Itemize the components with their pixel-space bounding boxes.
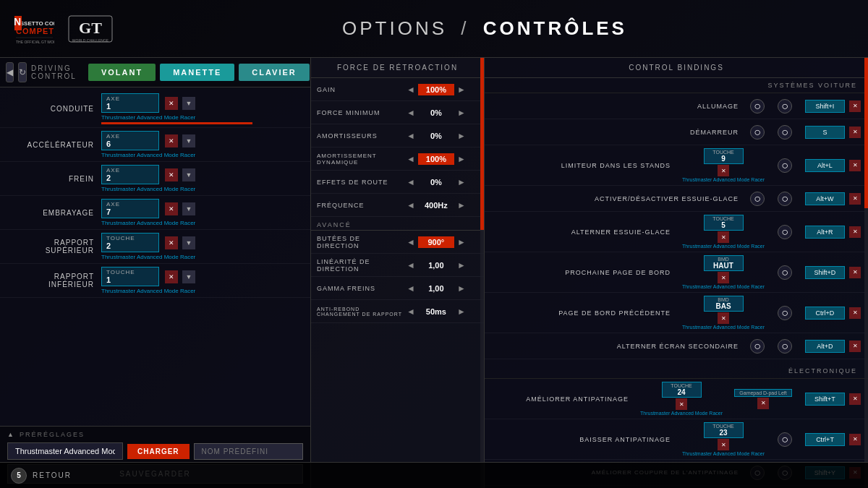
binding-clear-prec[interactable]: ✕ — [849, 307, 861, 319]
control-clear-conduite[interactable]: ✕ — [165, 97, 178, 110]
ff-amort-dyn-left[interactable]: ◄ — [404, 154, 418, 164]
ff-butees-left[interactable]: ◄ — [404, 237, 418, 247]
logo-area: ASSETTO CORSA COMPETIZIONE THE OFFICIAL … — [14, 12, 116, 45]
binding-circle2-essuieglace[interactable]: ○ — [778, 192, 792, 206]
svg-text:N: N — [14, 16, 21, 27]
binding-clear-input2-ameliorer[interactable]: ✕ — [757, 398, 769, 409]
binding-key-demarreur[interactable]: S — [805, 126, 845, 139]
ff-effets-value: 0% — [418, 178, 454, 187]
binding-clear-input1-prec[interactable]: ✕ — [718, 312, 729, 324]
header-title: OPTIONS / CONTRÔLES — [116, 17, 854, 40]
svg-text:GT: GT — [79, 19, 102, 37]
binding-circle2-ecran-sec[interactable]: ○ — [778, 339, 792, 354]
binding-key-prochaine[interactable]: Shift+D — [805, 266, 845, 279]
ff-row-effets: EFFETS DE ROUTE ◄ 0% ► — [311, 171, 484, 194]
control-clear-rapport-sup[interactable]: ✕ — [165, 236, 178, 249]
ff-amort-dyn-right[interactable]: ► — [454, 154, 469, 164]
ff-force-min-right[interactable]: ► — [454, 108, 469, 118]
control-clear-embrayage[interactable]: ✕ — [165, 202, 178, 215]
binding-key-alterner-essuie[interactable]: Alt+R — [805, 226, 845, 239]
ff-gamma-right[interactable]: ► — [454, 283, 469, 294]
tab-clavier[interactable]: CLAVIER — [239, 64, 309, 81]
ff-amortisseurs-right[interactable]: ► — [454, 131, 469, 141]
systemes-voiture-header: SYSTÈMES VOITURE — [485, 78, 868, 93]
electronique-header: ÉLECTRONIQUE — [485, 364, 868, 379]
control-clear-rapport-inf[interactable]: ✕ — [165, 270, 178, 283]
ff-butees-right[interactable]: ► — [454, 237, 469, 247]
binding-circle1-ecran-sec[interactable]: ○ — [750, 339, 765, 354]
binding-circle2-baisser[interactable]: ○ — [778, 432, 792, 447]
binding-circle1-essuieglace[interactable]: ○ — [750, 192, 765, 206]
control-dropdown-rapport-sup[interactable]: ▼ — [182, 236, 195, 249]
binding-row-essuieglace-toggle: ACTIVER/DÉSACTIVER ESSUIE-GLACE ○ ○ Alt+… — [485, 186, 868, 212]
binding-key-allumage[interactable]: Shift+I — [805, 100, 845, 113]
binding-circle1-demarreur[interactable]: ○ — [750, 125, 765, 140]
binding-clear-essuieglace[interactable]: ✕ — [849, 193, 861, 205]
ff-gain-right[interactable]: ► — [454, 85, 469, 95]
ff-linearite-right[interactable]: ► — [454, 260, 469, 270]
preset-name-field[interactable] — [194, 443, 303, 460]
binding-clear-ecran-sec[interactable]: ✕ — [849, 341, 861, 352]
binding-clear-input1-baisser[interactable]: ✕ — [718, 439, 729, 450]
refresh-nav-button[interactable]: ↻ — [18, 62, 27, 82]
tab-manette[interactable]: MANETTE — [160, 64, 234, 81]
control-dropdown-conduite[interactable]: ▼ — [182, 97, 195, 110]
ff-gamma-left[interactable]: ◄ — [404, 283, 418, 294]
ff-amortisseurs-value: 0% — [418, 132, 454, 140]
binding-clear-allumage[interactable]: ✕ — [849, 100, 861, 112]
ff-gain-left[interactable]: ◄ — [404, 85, 418, 95]
binding-key-ecran-sec[interactable]: Alt+D — [805, 340, 845, 353]
binding-clear-baisser[interactable]: ✕ — [849, 434, 861, 445]
control-dropdown-accelerateur[interactable]: ▼ — [182, 134, 195, 147]
control-sub-rapport-inf: Thrustmaster Advanced Mode Racer — [101, 288, 303, 294]
ff-row-amort-dyn: AMORTISSEMENT DYNAMIQUE ◄ 100% ► — [311, 147, 484, 171]
binding-circle2-allumage[interactable]: ○ — [778, 99, 792, 114]
footer-back-number: 5 — [11, 468, 27, 484]
control-clear-frein[interactable]: ✕ — [165, 168, 178, 181]
back-nav-button[interactable]: ◀ — [6, 62, 14, 82]
binding-circle2-alterner-essuie[interactable]: ○ — [778, 225, 792, 239]
binding-clear-input1-prochaine[interactable]: ✕ — [718, 272, 729, 283]
binding-clear-input1-ameliorer[interactable]: ✕ — [676, 398, 687, 410]
binding-circle2-limiteur[interactable]: ○ — [778, 158, 792, 173]
binding-circle2-prec[interactable]: ○ — [778, 306, 792, 320]
binding-circle2-demarreur[interactable]: ○ — [778, 125, 792, 140]
ff-effets-right[interactable]: ► — [454, 177, 469, 187]
ff-amortisseurs-left[interactable]: ◄ — [404, 131, 418, 141]
footer-back-label: RETOUR — [33, 471, 72, 479]
binding-clear-limiteur[interactable]: ✕ — [849, 160, 861, 171]
binding-clear-input1-limiteur[interactable]: ✕ — [718, 165, 729, 176]
control-row-rapport-sup: RAPPORT SUPÉRIEUR TOUCHE 2 ✕ ▼ Thrustmas… — [0, 230, 310, 264]
binding-key-baisser[interactable]: Ctrl+T — [805, 433, 845, 446]
ff-frequence-left[interactable]: ◄ — [404, 200, 418, 210]
ff-force-min-left[interactable]: ◄ — [404, 108, 418, 118]
binding-key-prec[interactable]: Ctrl+D — [805, 307, 845, 320]
binding-clear-demarreur[interactable]: ✕ — [849, 127, 861, 138]
center-panel: FORCE DE RÉTROACTION GAIN ◄ 100% ► FORCE… — [311, 58, 485, 488]
control-row-frein: FREIN AXE 2 ✕ ▼ Thrustmaster Advanced Mo… — [0, 162, 310, 196]
control-clear-accelerateur[interactable]: ✕ — [165, 134, 178, 147]
binding-clear-input1-essuie[interactable]: ✕ — [718, 231, 729, 243]
footer-back-button[interactable]: 5 RETOUR — [11, 468, 72, 484]
ff-linearite-left[interactable]: ◄ — [404, 260, 418, 270]
ff-linearite-value: 1,00 — [418, 261, 454, 270]
ff-effets-left[interactable]: ◄ — [404, 177, 418, 187]
control-dropdown-frein[interactable]: ▼ — [182, 168, 195, 181]
binding-circle1-allumage[interactable]: ○ — [750, 99, 765, 114]
binding-clear-prochaine[interactable]: ✕ — [849, 267, 861, 278]
ff-frequence-right[interactable]: ► — [454, 200, 469, 210]
binding-circle2-prochaine[interactable]: ○ — [778, 265, 792, 280]
control-dropdown-rapport-inf[interactable]: ▼ — [182, 270, 195, 283]
binding-key-essuieglace[interactable]: Alt+W — [805, 192, 845, 205]
preset-input[interactable] — [7, 442, 123, 460]
binding-clear-ameliorer[interactable]: ✕ — [849, 393, 861, 405]
binding-key-limiteur[interactable]: Alt+L — [805, 159, 845, 172]
control-dropdown-embrayage[interactable]: ▼ — [182, 202, 195, 215]
binding-row-ameliorer-antip: AMÉLIORER ANTIPATINAGE TOUCHE 24 ✕ Thrus… — [485, 379, 868, 419]
binding-clear-alterner-essuie[interactable]: ✕ — [849, 226, 861, 238]
tab-volant[interactable]: VOLANT — [88, 64, 156, 81]
charger-button[interactable]: CHARGER — [127, 444, 190, 459]
ff-antirebond-left[interactable]: ◄ — [404, 307, 418, 317]
binding-key-ameliorer[interactable]: Shift+T — [805, 393, 845, 406]
ff-antirebond-right[interactable]: ► — [454, 307, 469, 317]
